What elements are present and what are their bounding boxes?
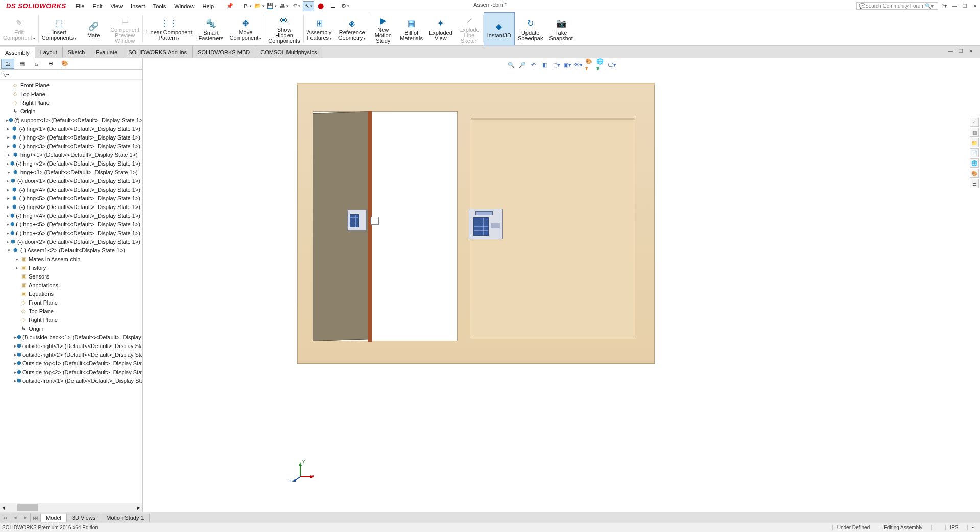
tab-solidworks-add-ins[interactable]: SOLIDWORKS Add-Ins [123, 46, 193, 58]
expand-toggle[interactable]: ▸ [6, 178, 10, 183]
tree-node[interactable]: ▸⬢Outside-top<1> (Default<<Default>_Disp… [2, 359, 140, 367]
tab-nav-next[interactable]: ▸ [20, 513, 31, 522]
tree-node[interactable]: ↳Origin [2, 107, 140, 115]
tree-node[interactable]: ◇Right Plane [2, 315, 140, 324]
expand-toggle[interactable]: ▸ [14, 257, 19, 262]
tree-node[interactable]: ▣Sensors [2, 272, 140, 281]
settings-icon[interactable]: ⚙ [340, 1, 351, 11]
expand-toggle[interactable]: ▾ [6, 248, 11, 253]
tree-node[interactable]: ▸⬢(-) hng<3> (Default<<Default>_Display … [2, 142, 140, 150]
close-icon[interactable]: ✕ [971, 3, 979, 10]
tree-node[interactable]: ▸⬢(-) door<2> (Default<<Default>_Display… [2, 237, 140, 246]
bottom-tab-model[interactable]: Model [41, 514, 67, 522]
tree-node[interactable]: ▸⬢(-) hng+<2> (Default<<Default>_Display… [2, 159, 140, 168]
menu-tools[interactable]: Tools [149, 2, 171, 10]
tree-node[interactable]: ▣Equations [2, 289, 140, 298]
expand-toggle[interactable]: ▸ [6, 213, 10, 218]
view-orientation-icon[interactable]: ⬚▾ [552, 60, 561, 70]
feature-tree[interactable]: ◇Front Plane◇Top Plane◇Right Plane↳Origi… [0, 80, 142, 503]
expand-toggle[interactable]: ▸ [6, 222, 10, 227]
tree-node[interactable]: ▾⬢(-) Assem1<2> (Default<Display State-1… [2, 246, 140, 255]
expand-toggle[interactable]: ▸ [14, 265, 19, 270]
expand-toggle[interactable]: ▸ [6, 152, 11, 157]
tree-node[interactable]: ▸⬢(f) support<1> (Default<<Default>_Disp… [2, 115, 140, 124]
tree-node[interactable]: ▸⬢(f) outside-back<1> (Default<<Default>… [2, 333, 140, 341]
take-snapshot-button[interactable]: 📷TakeSnapshot [546, 12, 576, 45]
exploded-view-button[interactable]: ✦ExplodedView [426, 12, 456, 45]
menu-view[interactable]: View [106, 2, 127, 10]
new-doc-icon[interactable]: 🗋 [242, 1, 253, 11]
zoom-area-icon[interactable]: 🔎 [518, 60, 527, 70]
menu-window[interactable]: Window [170, 2, 198, 10]
display-manager-tab-icon[interactable]: 🎨 [58, 59, 71, 69]
mate-button[interactable]: 🔗Mate [80, 12, 107, 45]
tree-node[interactable]: ↳Origin [2, 324, 140, 333]
tree-node[interactable]: ◇Right Plane [2, 98, 140, 107]
update-speedpak-button[interactable]: ↻UpdateSpeedpak [515, 12, 546, 45]
tree-node[interactable]: ▸▣History [2, 263, 140, 272]
reference-geometry-button[interactable]: ◈ReferenceGeometry [335, 12, 369, 45]
smart-fasteners-button[interactable]: 🔩SmartFasteners [196, 12, 227, 45]
apply-scene-icon[interactable]: 🌐▾ [596, 60, 606, 70]
tab-layout[interactable]: Layout [35, 46, 63, 58]
expand-toggle[interactable]: ▸ [6, 126, 11, 131]
expand-toggle[interactable]: ▸ [6, 144, 11, 149]
tab-comsol-multiphysics[interactable]: COMSOL Multiphysics [255, 46, 322, 58]
expand-toggle[interactable]: ▸ [6, 161, 10, 166]
zoom-fit-icon[interactable]: 🔍 [507, 60, 516, 70]
maximize-icon[interactable]: ❐ [961, 3, 969, 10]
taskpane-properties-icon[interactable]: ☰ [970, 179, 979, 188]
tree-node[interactable]: ◇Front Plane [2, 298, 140, 307]
dimxpert-tab-icon[interactable]: ⊕ [44, 59, 57, 69]
menu-file[interactable]: File [71, 2, 89, 10]
select-icon[interactable]: ↖ [303, 1, 314, 11]
tree-node[interactable]: ▸▣Mates in Assem-cbin [2, 255, 140, 263]
tab-sketch[interactable]: Sketch [63, 46, 91, 58]
linear-pattern-button[interactable]: ⋮⋮Linear ComponentPattern [143, 12, 196, 45]
tree-node[interactable]: ▸⬢(-) hng<5> (Default<<Default>_Display … [2, 194, 140, 202]
graphics-viewport[interactable]: 🔍 🔎 ↶ ◧ ⬚▾ ▣▾ 👁▾ 🎨▾ 🌐▾ 🖵▾ [143, 58, 980, 512]
view-settings-icon[interactable]: 🖵▾ [608, 60, 617, 70]
insert-components-button[interactable]: ⬚InsertComponents [39, 12, 80, 45]
tree-node[interactable]: ◇Front Plane [2, 81, 140, 89]
open-doc-icon[interactable]: 📂 [254, 1, 265, 11]
taskpane-library-icon[interactable]: 📁 [970, 138, 979, 147]
save-icon[interactable]: 💾 [266, 1, 277, 11]
new-motion-button[interactable]: ▶NewMotionStudy [369, 12, 397, 45]
tree-node[interactable]: ▸⬢(-) door<1> (Default<<Default>_Display… [2, 176, 140, 185]
taskpane-resources-icon[interactable]: ▥ [970, 128, 979, 137]
tree-filter[interactable]: ▽▾ [0, 70, 142, 80]
search-input[interactable]: 💬 Search Community Forum 🔍▾ [856, 2, 938, 10]
expand-toggle[interactable]: ▸ [6, 170, 11, 175]
assembly-features-button[interactable]: ⊞AssemblyFeatures [304, 12, 335, 45]
bottom-tab-motion-study-1[interactable]: Motion Study 1 [101, 514, 149, 522]
tree-node[interactable]: ▸⬢outside-right<1> (Default<<Default>_Di… [2, 341, 140, 350]
tree-node[interactable]: ▸⬢Outside-top<2> (Default<<Default>_Disp… [2, 367, 140, 376]
taskpane-appearances-icon[interactable]: 🎨 [970, 169, 979, 178]
tree-node[interactable]: ◇Top Plane [2, 89, 140, 98]
tab-nav-last[interactable]: ⏭ [31, 514, 41, 522]
undo-icon[interactable]: ↶ [291, 1, 302, 11]
taskpane-view-palette-icon[interactable]: 🌐 [970, 158, 979, 168]
expand-toggle[interactable]: ▸ [6, 239, 10, 244]
feature-manager-tab-icon[interactable]: 🗂 [1, 59, 14, 69]
tree-node[interactable]: ▸⬢(-) hng<4> (Default<<Default>_Display … [2, 185, 140, 194]
tree-node[interactable]: ▸⬢outside-front<1> (Default<<Default>_Di… [2, 376, 140, 385]
tab-nav-prev[interactable]: ◂ [10, 513, 20, 522]
minimize-icon[interactable]: — [950, 3, 959, 10]
tree-node[interactable]: ▸⬢outside-right<2> (Default<<Default>_Di… [2, 350, 140, 359]
tree-node[interactable]: ▸⬢(-) hng+<6> (Default<<Default>_Display… [2, 228, 140, 237]
instant3d-button[interactable]: ◆Instant3D [484, 12, 515, 45]
expand-toggle[interactable]: ▸ [6, 135, 11, 140]
expand-toggle[interactable]: ▸ [6, 230, 10, 236]
tree-node[interactable]: ▸⬢hng+<3> (Default<<Default>_Display Sta… [2, 168, 140, 176]
tree-node[interactable]: ▸⬢(-) hng+<5> (Default<<Default>_Display… [2, 220, 140, 228]
menu-help[interactable]: Help [198, 2, 218, 10]
expand-toggle[interactable]: ▸ [6, 196, 11, 201]
previous-view-icon[interactable]: ↶ [529, 60, 538, 70]
menu-edit[interactable]: Edit [88, 2, 106, 10]
doc-minimize-icon[interactable]: — [946, 47, 954, 54]
expand-toggle[interactable]: ▸ [6, 187, 11, 192]
property-manager-tab-icon[interactable]: ▤ [15, 59, 29, 69]
doc-maximize-icon[interactable]: ❐ [957, 47, 965, 54]
